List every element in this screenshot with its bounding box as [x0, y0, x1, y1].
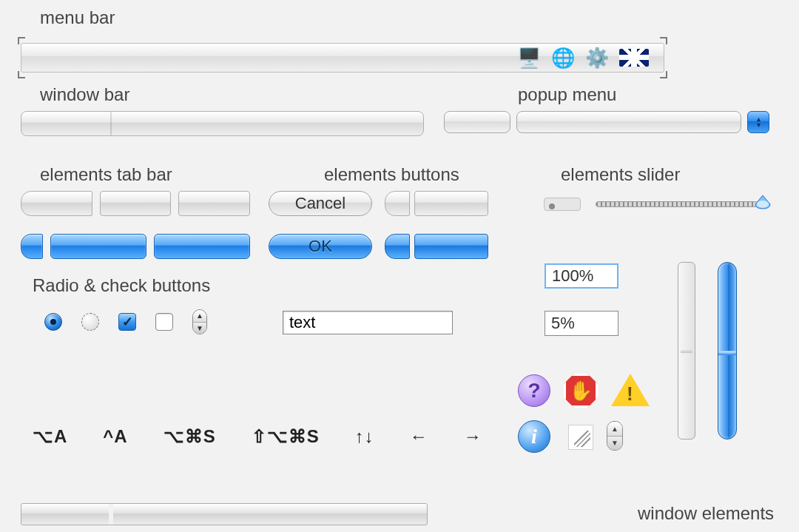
tab-segment[interactable]	[178, 191, 250, 216]
popup-body[interactable]	[516, 111, 741, 133]
window-elements-bar[interactable]	[21, 503, 428, 525]
shortcut: ↑↓	[355, 426, 374, 447]
button-segment[interactable]	[414, 191, 488, 216]
label-elements-buttons: elements buttons	[324, 164, 459, 185]
tab-cap[interactable]	[21, 191, 92, 216]
menu-bar-strip[interactable]: 🖥️ 🌐 ⚙️	[21, 43, 664, 73]
stepper-down-icon[interactable]: ▼	[193, 322, 206, 334]
flag-uk-icon[interactable]	[619, 49, 649, 67]
shortcut: ←	[410, 426, 428, 447]
slider-min-cap	[544, 198, 581, 211]
percent-field-low[interactable]: 5%	[545, 311, 618, 336]
tab-segment-active[interactable]	[154, 234, 250, 259]
svg-point-0	[757, 201, 769, 208]
tab-cap-active[interactable]	[21, 234, 43, 259]
label-window-bar: window bar	[40, 84, 129, 105]
label-elements-slider: elements slider	[561, 164, 680, 185]
label-radio-check: Radio & check buttons	[33, 275, 210, 296]
shortcut: ⌥⌘S	[163, 426, 216, 447]
percent-field-high[interactable]: 100%	[545, 263, 618, 289]
radio-on[interactable]	[44, 313, 62, 331]
window-title-bar[interactable]	[21, 111, 424, 136]
popup-menu[interactable]: ▴ ▾	[444, 111, 769, 133]
menu-bar: 🖥️ 🌐 ⚙️	[21, 43, 664, 73]
tab-bar-active	[21, 234, 250, 259]
help-icon[interactable]: ?	[518, 374, 550, 407]
popup-cap[interactable]	[444, 111, 510, 133]
keyboard-shortcuts-row: ⌥A ^A ⌥⌘S ⇧⌥⌘S ↑↓ ← →	[33, 426, 482, 447]
label-popup-menu: popup menu	[518, 84, 616, 105]
vertical-scrollbar-thumb[interactable]	[718, 262, 737, 440]
button-segment-cap[interactable]	[385, 191, 410, 216]
label-window-elements: window elements	[638, 503, 774, 524]
resize-grip-icon[interactable]	[568, 425, 593, 450]
radio-off[interactable]	[81, 313, 99, 331]
chevron-down-icon: ▾	[757, 122, 761, 128]
shortcut: ⇧⌥⌘S	[252, 426, 320, 447]
vertical-scrollbar-track[interactable]	[678, 262, 695, 440]
tab-segment[interactable]	[100, 191, 172, 216]
stepper-up-icon[interactable]: ▲	[193, 310, 206, 322]
stepper-up-icon[interactable]: ▲	[607, 422, 622, 436]
popup-stepper[interactable]: ▴ ▾	[747, 111, 769, 133]
button-segment-cap-active[interactable]	[385, 234, 410, 259]
label-menu-bar: menu bar	[40, 7, 115, 28]
shortcut: ⌥A	[33, 426, 67, 447]
stepper[interactable]: ▲ ▼	[192, 309, 207, 334]
info-icon[interactable]: i	[518, 420, 550, 453]
shortcut: ^A	[103, 426, 127, 447]
checkbox-off[interactable]	[155, 313, 173, 331]
shortcut: →	[464, 426, 482, 447]
slider-thumb-icon[interactable]	[754, 194, 772, 210]
button-segment-active[interactable]	[414, 234, 488, 259]
checkbox-on[interactable]: ✓	[118, 313, 136, 331]
slider-rail[interactable]	[596, 201, 758, 207]
stop-icon[interactable]: ✋	[564, 374, 598, 408]
stepper-down-icon[interactable]: ▼	[607, 436, 622, 451]
warning-icon[interactable]	[611, 374, 650, 406]
gears-icon[interactable]: ⚙️	[585, 47, 609, 70]
cancel-button[interactable]: Cancel	[269, 191, 372, 216]
label-elements-tab-bar: elements tab bar	[40, 164, 172, 185]
horizontal-slider[interactable]	[544, 201, 766, 209]
ok-button[interactable]: OK	[269, 234, 372, 259]
scroll-stepper[interactable]: ▲ ▼	[607, 421, 623, 451]
tab-bar-inactive	[21, 191, 250, 216]
globe-icon[interactable]: 🌐	[551, 47, 575, 70]
tab-segment-active[interactable]	[50, 234, 146, 259]
text-field[interactable]	[283, 311, 453, 334]
monitor-icon[interactable]: 🖥️	[517, 47, 541, 70]
